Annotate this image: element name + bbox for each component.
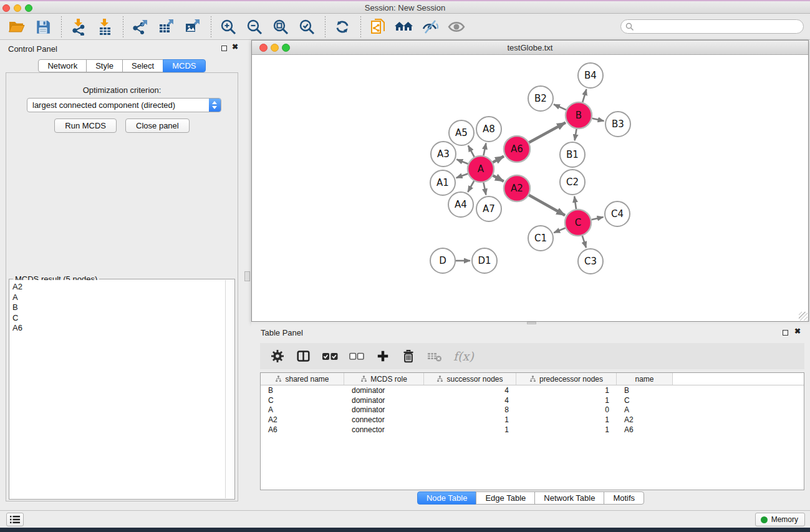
table-cell[interactable]: C [617,396,673,405]
network-snapshot-button[interactable] [367,16,388,37]
task-history-button[interactable] [6,513,24,526]
table-cell[interactable]: A2 [617,415,673,424]
graph-node-B4[interactable]: B4 [578,63,603,88]
table-cell[interactable]: B [261,386,344,395]
show-graphics-details-button[interactable] [446,16,467,37]
table-cell[interactable]: dominator [344,405,424,414]
table-row[interactable]: A6connector11A6 [261,425,804,435]
hide-graphics-details-button[interactable] [420,16,441,37]
vertical-splitter[interactable] [244,40,251,510]
graph-edge-C-C3[interactable] [582,236,586,248]
table-cell[interactable]: dominator [344,386,424,395]
table-cell[interactable]: A [617,405,673,414]
table-cell[interactable]: 1 [516,386,617,395]
table-cell[interactable]: 1 [424,415,516,424]
graph-edge-A6-B[interactable] [529,122,566,142]
table-cell[interactable]: 1 [424,425,516,434]
import-network-button[interactable] [68,16,89,37]
zoom-out-button[interactable] [244,16,265,37]
float-panel-icon[interactable] [221,46,227,51]
table-cell[interactable]: 8 [424,405,516,414]
graph-node-A7[interactable]: A7 [476,196,501,221]
table-row[interactable]: Bdominator41B [261,385,804,395]
refresh-layout-button[interactable] [332,16,353,37]
table-row[interactable]: Cdominator41C [261,395,804,405]
resize-grip-icon[interactable] [799,312,808,321]
graph-node-B3[interactable]: B3 [605,112,630,137]
close-panel-button[interactable]: Close panel [125,118,190,133]
table-cell[interactable]: dominator [344,396,424,405]
table-cell[interactable]: B [617,386,673,395]
table-cell[interactable]: connector [344,425,424,434]
zoom-in-button[interactable] [218,16,239,37]
column-header-shared-name[interactable]: shared name [261,373,344,385]
memory-button[interactable]: Memory [755,513,805,526]
tab-network-table[interactable]: Network Table [534,491,604,505]
export-network-button[interactable] [130,16,151,37]
table-cell[interactable]: 1 [516,415,617,424]
go-home-button[interactable] [393,16,415,37]
mcds-result-item[interactable]: A2 [12,282,225,293]
mcds-result-list[interactable]: A2ABCA6 [10,280,225,498]
tab-node-table[interactable]: Node Table [417,491,477,505]
table-cell[interactable]: 4 [424,396,516,405]
graph-edge-C-C1[interactable] [554,228,565,233]
table-cell[interactable]: 4 [424,386,516,395]
graph-node-A6[interactable]: A6 [504,136,530,162]
function-builder-button[interactable]: f(x) [453,349,474,363]
graph-node-D1[interactable]: D1 [472,248,497,273]
graph-edge-A-A7[interactable] [483,183,486,195]
graph-node-A5[interactable]: A5 [449,120,474,145]
table-cell[interactable]: A [261,405,344,414]
mcds-result-item[interactable]: B [12,302,225,313]
table-cell[interactable]: connector [344,415,424,424]
graph-edge-A-A1[interactable] [456,173,468,178]
deselect-all-button[interactable] [349,350,365,362]
mcds-result-item[interactable]: A [12,293,225,303]
table-cell[interactable]: A2 [261,415,344,424]
table-cell[interactable]: A6 [261,425,344,434]
search-field[interactable] [620,19,804,34]
table-cell[interactable]: 1 [516,425,617,434]
column-header-mcds-role[interactable]: MCDS role [344,373,424,385]
graph-edge-C-C4[interactable] [591,217,603,220]
column-header-successor-nodes[interactable]: successor nodes [424,373,516,385]
table-settings-button[interactable] [270,349,285,364]
graph-node-B[interactable]: B [566,102,592,128]
graph-node-A1[interactable]: A1 [430,170,455,195]
graph-node-C1[interactable]: C1 [528,226,553,251]
graph-edge-A-A2[interactable] [493,175,503,181]
network-canvas[interactable]: B4B2BB3A5A8A6A3B1AA1C2A2A4A7C4CC1C3DD1 [252,55,808,321]
graph-edge-B-B1[interactable] [575,129,577,141]
graph-node-B1[interactable]: B1 [560,142,585,167]
export-image-button[interactable] [182,16,203,37]
close-panel-icon[interactable]: ✖ [794,327,801,336]
graph-node-D[interactable]: D [430,248,455,273]
criterion-select[interactable]: largest connected component (directed) [27,98,221,112]
tab-style[interactable]: Style [86,59,123,72]
graph-node-A[interactable]: A [468,156,494,182]
table-cell[interactable]: 0 [516,405,617,414]
tab-network[interactable]: Network [38,59,87,72]
tab-mcds[interactable]: MCDS [163,59,205,72]
graph-edge-B-B4[interactable] [582,89,586,102]
graph-edge-A-A3[interactable] [456,160,468,164]
network-window-titlebar[interactable]: testGlobe.txt [252,41,808,55]
graph-edge-A2-C[interactable] [529,195,565,215]
run-mcds-button[interactable]: Run MCDS [54,118,117,133]
tab-motifs[interactable]: Motifs [604,491,644,505]
close-panel-icon[interactable]: ✖ [232,42,238,51]
create-column-button[interactable] [375,349,390,364]
graph-node-A2[interactable]: A2 [504,175,530,201]
table-row[interactable]: A2connector11A2 [261,415,804,425]
column-header-predecessor-nodes[interactable]: predecessor nodes [516,373,617,385]
graph-node-A8[interactable]: A8 [476,117,501,142]
mcds-result-item[interactable]: A6 [12,323,225,334]
table-cell[interactable]: 1 [516,396,617,405]
graph-node-C[interactable]: C [565,210,591,236]
zoom-fit-button[interactable] [270,16,291,37]
table-cell[interactable]: C [261,396,344,405]
mcds-result-item[interactable]: C [12,313,225,324]
search-input[interactable] [634,21,803,32]
graph-edge-A-A8[interactable] [483,143,486,156]
